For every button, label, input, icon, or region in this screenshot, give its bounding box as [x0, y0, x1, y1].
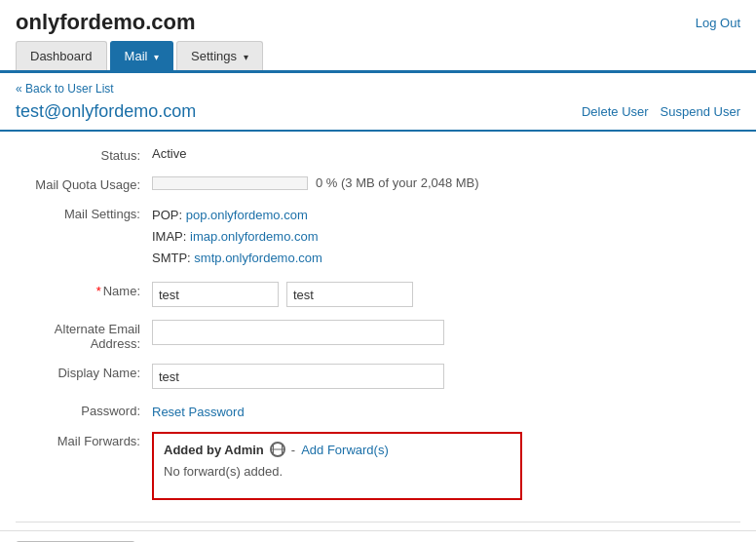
mail-forwards-row: Mail Forwards: Added by Admin - Add Forw… — [16, 429, 740, 500]
name-row: *Name: — [16, 279, 740, 307]
display-name-row: Display Name: — [16, 361, 740, 389]
main-content: Status: Active Mail Quota Usage: 0 % (3 … — [0, 132, 756, 522]
back-to-user-list-link[interactable]: « Back to User List — [16, 82, 114, 96]
site-title: onlyfordemo.com — [16, 10, 196, 35]
add-forwards-link[interactable]: Add Forward(s) — [301, 443, 389, 457]
password-label: Password: — [16, 399, 152, 418]
forwards-title: Added by Admin — [164, 443, 264, 457]
quota-label: Mail Quota Usage: — [16, 173, 152, 192]
user-email: test@onlyfordemo.com — [16, 101, 196, 122]
quota-text: 0 % (3 MB of your 2,048 MB) — [316, 175, 479, 190]
mail-dropdown-arrow: ▾ — [154, 52, 159, 62]
quota-row: Mail Quota Usage: 0 % (3 MB of your 2,04… — [16, 173, 740, 192]
forwards-separator: - — [291, 443, 295, 457]
suspend-user-link[interactable]: Suspend User — [661, 104, 740, 119]
smtp-value: smtp.onlyfordemo.com — [194, 251, 322, 265]
mail-forwards-label: Mail Forwards: — [16, 429, 152, 448]
status-value: Active — [152, 143, 186, 161]
user-email-row: test@onlyfordemo.com Delete User Suspend… — [0, 99, 756, 132]
mail-settings-label: Mail Settings: — [16, 202, 152, 221]
globe-icon — [270, 442, 285, 457]
pop-label: POP: — [152, 208, 182, 222]
first-name-input[interactable] — [152, 282, 279, 307]
header: onlyfordemo.com Log Out — [0, 0, 756, 41]
footer-divider — [16, 522, 740, 523]
nav-item-mail[interactable]: Mail ▾ — [110, 41, 173, 70]
name-inputs — [152, 282, 740, 307]
nav-item-dashboard[interactable]: Dashboard — [16, 41, 107, 70]
smtp-label: SMTP: — [152, 251, 191, 265]
settings-dropdown-arrow: ▾ — [244, 52, 248, 62]
nav-item-settings[interactable]: Settings ▾ — [176, 41, 263, 70]
quota-display: 0 % (3 MB of your 2,048 MB) — [152, 175, 740, 190]
breadcrumb-area: « Back to User List — [0, 73, 756, 99]
mail-settings-row: Mail Settings: POP: pop.onlyfordemo.com … — [16, 202, 740, 269]
nav-bar: Dashboard Mail ▾ Settings ▾ — [0, 41, 756, 73]
imap-value: imap.onlyfordemo.com — [190, 229, 319, 244]
forwards-header: Added by Admin - Add Forward(s) — [164, 442, 510, 458]
action-links: Delete User Suspend User — [582, 104, 740, 119]
status-label: Status: — [16, 143, 152, 163]
name-label: *Name: — [16, 279, 152, 298]
password-row: Password: Reset Password — [16, 399, 740, 419]
no-forwards-text: No forward(s) added. — [164, 464, 510, 479]
last-name-input[interactable] — [286, 282, 413, 307]
display-name-label: Display Name: — [16, 361, 152, 380]
mail-settings-block: POP: pop.onlyfordemo.com IMAP: imap.only… — [152, 205, 740, 269]
imap-row: IMAP: imap.onlyfordemo.com — [152, 226, 740, 248]
forwards-box: Added by Admin - Add Forward(s) No forwa… — [152, 432, 522, 500]
smtp-row: SMTP: smtp.onlyfordemo.com — [152, 248, 740, 269]
display-name-input[interactable] — [152, 364, 444, 389]
reset-password-link[interactable]: Reset Password — [152, 402, 245, 419]
save-btn-row: Save Changes — [0, 530, 756, 542]
quota-bar-outer — [152, 176, 308, 190]
status-row: Status: Active — [16, 143, 740, 163]
logout-link[interactable]: Log Out — [696, 16, 740, 30]
alt-email-input[interactable] — [152, 320, 444, 345]
alt-email-label: Alternate Email Address: — [16, 317, 152, 351]
delete-user-link[interactable]: Delete User — [582, 104, 649, 119]
imap-label: IMAP: — [152, 229, 186, 244]
pop-row: POP: pop.onlyfordemo.com — [152, 205, 740, 226]
pop-value: pop.onlyfordemo.com — [186, 208, 308, 222]
alt-email-row: Alternate Email Address: — [16, 317, 740, 351]
